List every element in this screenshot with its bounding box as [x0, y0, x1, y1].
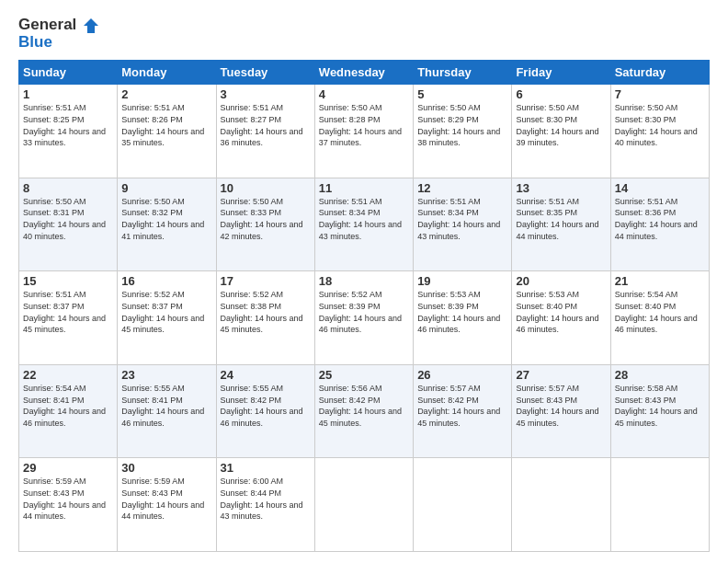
day-info: Sunrise: 5:50 AMSunset: 8:30 PMDaylight:… [615, 102, 705, 148]
calendar-cell: 2 Sunrise: 5:51 AMSunset: 8:26 PMDayligh… [118, 85, 216, 178]
day-number: 18 [319, 274, 409, 288]
calendar-cell: 3 Sunrise: 5:51 AMSunset: 8:27 PMDayligh… [216, 85, 314, 178]
day-number: 11 [319, 181, 409, 195]
calendar-cell [512, 458, 610, 552]
day-number: 5 [417, 87, 507, 101]
calendar-cell: 1 Sunrise: 5:51 AMSunset: 8:25 PMDayligh… [19, 85, 118, 178]
calendar-cell: 20 Sunrise: 5:53 AMSunset: 8:40 PMDaylig… [512, 271, 610, 365]
day-number: 17 [221, 274, 311, 288]
header: General Blue [18, 17, 710, 51]
logo-line1: General [18, 17, 99, 34]
day-info: Sunrise: 5:51 AMSunset: 8:34 PMDaylight:… [319, 196, 409, 242]
day-number: 24 [221, 368, 311, 382]
day-header-tuesday: Tuesday [216, 61, 314, 85]
day-info: Sunrise: 5:55 AMSunset: 8:41 PMDaylight:… [121, 383, 211, 429]
day-number: 30 [121, 461, 211, 475]
day-number: 22 [23, 368, 113, 382]
calendar-cell: 6 Sunrise: 5:50 AMSunset: 8:30 PMDayligh… [512, 85, 610, 178]
day-number: 28 [615, 368, 705, 382]
day-number: 14 [615, 181, 705, 195]
day-number: 8 [23, 181, 113, 195]
day-info: Sunrise: 5:53 AMSunset: 8:39 PMDaylight:… [417, 289, 507, 335]
day-number: 26 [417, 368, 507, 382]
day-number: 3 [221, 87, 311, 101]
day-number: 4 [319, 87, 409, 101]
calendar-cell: 14 Sunrise: 5:51 AMSunset: 8:36 PMDaylig… [610, 178, 709, 271]
svg-marker-0 [84, 18, 98, 33]
day-info: Sunrise: 5:54 AMSunset: 8:40 PMDaylight:… [615, 289, 705, 335]
day-number: 15 [23, 274, 113, 288]
calendar-cell: 26 Sunrise: 5:57 AMSunset: 8:42 PMDaylig… [414, 364, 512, 458]
day-number: 9 [121, 181, 211, 195]
logo: General Blue [18, 17, 99, 51]
day-header-wednesday: Wednesday [314, 61, 413, 85]
calendar-cell: 12 Sunrise: 5:51 AMSunset: 8:34 PMDaylig… [414, 178, 512, 271]
day-info: Sunrise: 5:50 AMSunset: 8:33 PMDaylight:… [221, 196, 311, 242]
day-info: Sunrise: 5:52 AMSunset: 8:38 PMDaylight:… [221, 289, 311, 335]
day-number: 31 [221, 461, 311, 475]
day-info: Sunrise: 5:54 AMSunset: 8:41 PMDaylight:… [23, 383, 113, 429]
logo-bird-icon [83, 17, 99, 34]
calendar-cell: 31 Sunrise: 6:00 AMSunset: 8:44 PMDaylig… [216, 458, 314, 552]
day-info: Sunrise: 5:52 AMSunset: 8:37 PMDaylight:… [121, 289, 211, 335]
day-info: Sunrise: 5:53 AMSunset: 8:40 PMDaylight:… [516, 289, 606, 335]
calendar-cell [414, 458, 512, 552]
logo-graphic: General Blue [18, 17, 99, 51]
day-number: 10 [221, 181, 311, 195]
day-number: 2 [121, 87, 211, 101]
calendar-cell: 7 Sunrise: 5:50 AMSunset: 8:30 PMDayligh… [610, 85, 709, 178]
calendar-cell: 19 Sunrise: 5:53 AMSunset: 8:39 PMDaylig… [414, 271, 512, 365]
day-info: Sunrise: 5:50 AMSunset: 8:30 PMDaylight:… [516, 102, 606, 148]
day-header-saturday: Saturday [610, 61, 709, 85]
day-info: Sunrise: 5:51 AMSunset: 8:26 PMDaylight:… [121, 102, 211, 148]
calendar-cell: 15 Sunrise: 5:51 AMSunset: 8:37 PMDaylig… [19, 271, 118, 365]
day-header-monday: Monday [118, 61, 216, 85]
day-info: Sunrise: 5:51 AMSunset: 8:35 PMDaylight:… [516, 196, 606, 242]
day-info: Sunrise: 5:50 AMSunset: 8:32 PMDaylight:… [121, 196, 211, 242]
calendar-cell: 24 Sunrise: 5:55 AMSunset: 8:42 PMDaylig… [216, 364, 314, 458]
day-number: 25 [319, 368, 409, 382]
calendar-cell: 21 Sunrise: 5:54 AMSunset: 8:40 PMDaylig… [610, 271, 709, 365]
day-info: Sunrise: 5:59 AMSunset: 8:43 PMDaylight:… [23, 476, 113, 522]
day-info: Sunrise: 5:55 AMSunset: 8:42 PMDaylight:… [221, 383, 311, 429]
day-info: Sunrise: 5:50 AMSunset: 8:28 PMDaylight:… [319, 102, 409, 148]
day-number: 13 [516, 181, 606, 195]
calendar-cell: 8 Sunrise: 5:50 AMSunset: 8:31 PMDayligh… [19, 178, 118, 271]
calendar-cell: 4 Sunrise: 5:50 AMSunset: 8:28 PMDayligh… [314, 85, 413, 178]
calendar-cell: 25 Sunrise: 5:56 AMSunset: 8:42 PMDaylig… [314, 364, 413, 458]
calendar-cell: 17 Sunrise: 5:52 AMSunset: 8:38 PMDaylig… [216, 271, 314, 365]
day-info: Sunrise: 5:51 AMSunset: 8:36 PMDaylight:… [615, 196, 705, 242]
day-number: 6 [516, 87, 606, 101]
day-info: Sunrise: 5:51 AMSunset: 8:25 PMDaylight:… [23, 102, 113, 148]
day-info: Sunrise: 5:51 AMSunset: 8:37 PMDaylight:… [23, 289, 113, 335]
day-info: Sunrise: 5:59 AMSunset: 8:43 PMDaylight:… [121, 476, 211, 522]
calendar: SundayMondayTuesdayWednesdayThursdayFrid… [18, 60, 710, 552]
calendar-cell: 30 Sunrise: 5:59 AMSunset: 8:43 PMDaylig… [118, 458, 216, 552]
day-header-sunday: Sunday [19, 61, 118, 85]
calendar-cell: 16 Sunrise: 5:52 AMSunset: 8:37 PMDaylig… [118, 271, 216, 365]
calendar-cell [314, 458, 413, 552]
day-number: 16 [121, 274, 211, 288]
calendar-cell: 22 Sunrise: 5:54 AMSunset: 8:41 PMDaylig… [19, 364, 118, 458]
day-number: 12 [417, 181, 507, 195]
day-info: Sunrise: 5:57 AMSunset: 8:42 PMDaylight:… [417, 383, 507, 429]
calendar-cell: 10 Sunrise: 5:50 AMSunset: 8:33 PMDaylig… [216, 178, 314, 271]
day-info: Sunrise: 5:52 AMSunset: 8:39 PMDaylight:… [319, 289, 409, 335]
day-number: 7 [615, 87, 705, 101]
day-number: 1 [23, 87, 113, 101]
calendar-cell: 11 Sunrise: 5:51 AMSunset: 8:34 PMDaylig… [314, 178, 413, 271]
day-info: Sunrise: 5:50 AMSunset: 8:29 PMDaylight:… [417, 102, 507, 148]
day-number: 23 [121, 368, 211, 382]
day-header-friday: Friday [512, 61, 610, 85]
day-info: Sunrise: 5:51 AMSunset: 8:27 PMDaylight:… [221, 102, 311, 148]
day-info: Sunrise: 5:50 AMSunset: 8:31 PMDaylight:… [23, 196, 113, 242]
calendar-cell: 23 Sunrise: 5:55 AMSunset: 8:41 PMDaylig… [118, 364, 216, 458]
day-number: 19 [417, 274, 507, 288]
day-number: 21 [615, 274, 705, 288]
day-number: 20 [516, 274, 606, 288]
calendar-cell: 18 Sunrise: 5:52 AMSunset: 8:39 PMDaylig… [314, 271, 413, 365]
logo-line2: Blue [18, 34, 99, 52]
calendar-cell: 5 Sunrise: 5:50 AMSunset: 8:29 PMDayligh… [414, 85, 512, 178]
day-info: Sunrise: 5:51 AMSunset: 8:34 PMDaylight:… [417, 196, 507, 242]
day-info: Sunrise: 6:00 AMSunset: 8:44 PMDaylight:… [221, 476, 311, 522]
